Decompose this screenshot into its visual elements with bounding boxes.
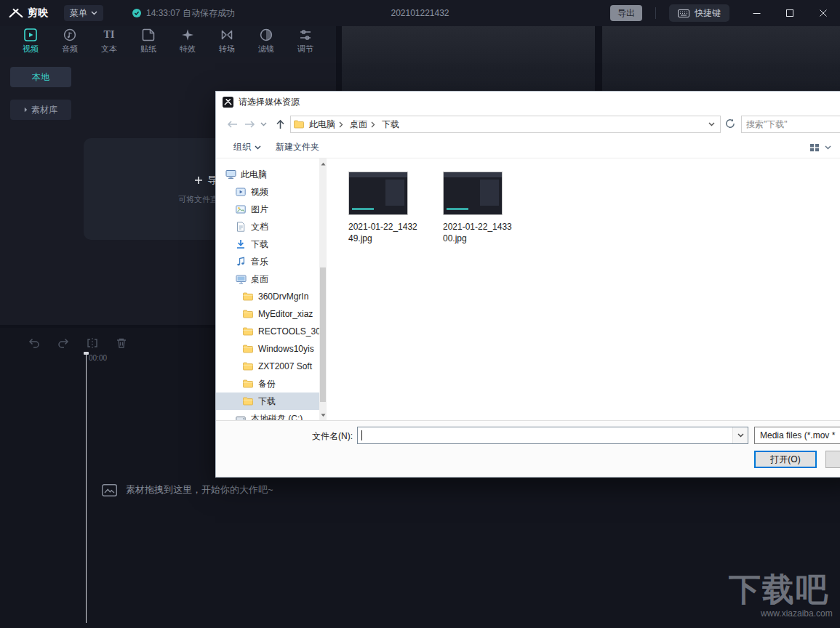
organize-button[interactable]: 组织: [226, 141, 268, 153]
minimize-icon: [753, 9, 761, 17]
open-button[interactable]: 打开(O): [754, 451, 817, 468]
tree-item[interactable]: ZXT2007 Soft: [216, 358, 319, 375]
nav-back-button[interactable]: [223, 116, 241, 133]
app-window: 剪映 菜单 14:33:07 自动保存成功 202101221432 导出 快捷…: [0, 0, 840, 628]
nav-history-dropdown[interactable]: [258, 116, 268, 133]
menu-button[interactable]: 菜单: [64, 5, 103, 21]
media-placeholder-icon: [102, 484, 117, 496]
playhead[interactable]: [86, 352, 87, 623]
tab-text[interactable]: TI 文本: [89, 26, 129, 57]
split-button[interactable]: [84, 335, 100, 351]
refresh-button[interactable]: [725, 118, 735, 129]
search-box[interactable]: [741, 116, 840, 133]
tree-item[interactable]: 图片: [216, 201, 319, 218]
dialog-titlebar[interactable]: 请选择媒体资源: [216, 92, 840, 112]
shortcuts-button[interactable]: 快捷键: [669, 4, 729, 22]
search-input[interactable]: [742, 116, 840, 132]
file-name: 2021-01-22_143300.jpg: [443, 221, 516, 244]
redo-button[interactable]: [55, 335, 71, 351]
documents-folder-icon: [235, 221, 247, 233]
sidebar-item-library[interactable]: 素材库: [10, 100, 71, 120]
file-item[interactable]: 2021-01-22_143249.jpg: [348, 172, 421, 244]
plus-icon: [194, 176, 203, 185]
tree-item[interactable]: 下载: [216, 236, 319, 253]
tree-item[interactable]: 此电脑: [216, 166, 319, 183]
tab-transition[interactable]: 转场: [207, 26, 247, 57]
tree-item[interactable]: 视频: [216, 183, 319, 201]
computer-icon: [225, 169, 236, 180]
filename-input[interactable]: [358, 427, 732, 443]
forward-icon: [244, 120, 255, 129]
address-bar[interactable]: 此电脑 桌面 下载: [290, 116, 721, 133]
scroll-down-icon[interactable]: [319, 410, 327, 420]
scrollbar-thumb[interactable]: [320, 267, 326, 402]
undo-button[interactable]: [26, 335, 42, 351]
tab-filter[interactable]: 滤镜: [247, 26, 286, 57]
filename-dropdown-icon[interactable]: [732, 427, 748, 443]
view-mode-button[interactable]: [809, 143, 820, 152]
new-folder-button[interactable]: 新建文件夹: [268, 141, 327, 153]
delete-button[interactable]: [113, 335, 129, 351]
tree-item[interactable]: 文档: [216, 218, 319, 236]
breadcrumb-item[interactable]: 下载: [377, 116, 404, 132]
folder-icon: [242, 361, 254, 372]
folder-icon: [242, 308, 254, 320]
videos-folder-icon: [235, 186, 247, 198]
keyboard-icon: [678, 9, 689, 17]
breadcrumb-item[interactable]: 桌面: [345, 116, 377, 132]
tree-item[interactable]: 备份: [216, 375, 319, 392]
downloads-folder-icon: [235, 238, 247, 250]
maximize-button[interactable]: [773, 0, 807, 26]
up-icon: [276, 119, 285, 129]
chevron-down-icon: [91, 11, 97, 15]
tree-item[interactable]: 下载: [216, 392, 319, 410]
file-name: 2021-01-22_143249.jpg: [348, 221, 421, 244]
file-item[interactable]: 2021-01-22_143300.jpg: [443, 172, 516, 244]
filter-icon: [260, 28, 273, 41]
tab-sticker[interactable]: 贴纸: [129, 26, 168, 57]
titlebar-divider: [655, 7, 656, 19]
tree-item[interactable]: 音乐: [216, 253, 319, 270]
audio-icon: [63, 28, 76, 41]
tree-item[interactable]: RECTOOLS_30: [216, 323, 319, 340]
dialog-navbar: 此电脑 桌面 下载: [216, 112, 840, 137]
address-folder-icon: [294, 120, 304, 129]
playhead-handle[interactable]: [84, 352, 89, 355]
cancel-button[interactable]: [825, 451, 840, 468]
tab-video[interactable]: 视频: [11, 26, 50, 57]
chevron-down-icon: [260, 122, 267, 126]
tree-item[interactable]: MyEditor_xiaz: [216, 305, 319, 323]
tree-item[interactable]: 桌面: [216, 270, 319, 288]
folder-icon: [242, 326, 254, 337]
export-button[interactable]: 导出: [610, 5, 642, 21]
tab-audio[interactable]: 音频: [50, 26, 89, 57]
filename-combobox[interactable]: [357, 427, 748, 444]
tab-effects[interactable]: 特效: [168, 26, 207, 57]
project-title: 202101221432: [391, 8, 449, 18]
view-mode-dropdown[interactable]: [825, 145, 831, 150]
scroll-up-icon[interactable]: [319, 158, 327, 169]
transition-icon: [220, 28, 233, 41]
tree-scrollbar[interactable]: [319, 158, 327, 420]
nav-forward-button[interactable]: [241, 116, 258, 133]
tree-item[interactable]: 本地磁盘 (C:): [216, 410, 319, 420]
address-dropdown-icon[interactable]: [708, 122, 717, 126]
sidebar-item-local[interactable]: 本地: [10, 67, 71, 87]
tree-item[interactable]: 360DrvMgrIn: [216, 288, 319, 305]
site-watermark: 下载吧 www.xiazaiba.com: [729, 568, 833, 619]
breadcrumb-item[interactable]: 此电脑: [304, 116, 345, 132]
close-button[interactable]: [807, 0, 840, 26]
app-name: 剪映: [28, 7, 48, 20]
tree-item[interactable]: Windows10yis: [216, 340, 319, 358]
asset-tabbar: 视频 音频 TI 文本 贴纸 特效 转场 滤镜 调节: [0, 26, 336, 57]
minimize-button[interactable]: [740, 0, 773, 26]
tab-adjust[interactable]: 调节: [286, 26, 325, 57]
filetype-select[interactable]: Media files (*.mov *: [754, 427, 840, 444]
breadcrumb: 此电脑 桌面 下载: [304, 116, 404, 132]
file-list: 2021-01-22_143249.jpg 2021-01-22_143300.…: [348, 172, 516, 244]
nav-up-button[interactable]: [271, 116, 289, 133]
autosave-status: 14:33:07 自动保存成功: [132, 7, 235, 20]
tree-pane: 此电脑 视频 图片 文档 下载 音乐 桌: [216, 158, 319, 420]
close-icon: [820, 9, 827, 17]
desktop-folder-icon: [235, 273, 247, 285]
